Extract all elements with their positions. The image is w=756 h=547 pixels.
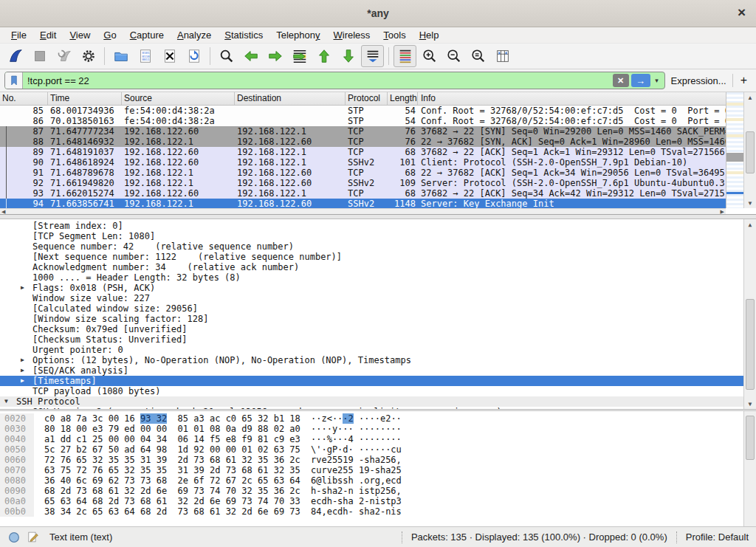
capture-options-button[interactable] xyxy=(77,45,100,67)
packet-row[interactable]: 91 71.648789678 192.168.122.1 192.168.12… xyxy=(0,168,726,178)
open-file-button[interactable] xyxy=(109,45,132,67)
detail-line[interactable]: [Window size scaling factor: 128] xyxy=(0,314,743,324)
go-back-button[interactable] xyxy=(239,45,262,67)
colorize-packets-button[interactable] xyxy=(394,45,416,67)
packet-row[interactable]: 92 71.661949820 192.168.122.1 192.168.12… xyxy=(0,178,726,188)
packet-row[interactable]: 94 71.663856741 192.168.122.1 192.168.12… xyxy=(0,199,726,208)
detail-line[interactable]: [Calculated window size: 29056] xyxy=(0,303,743,314)
expand-triangle-icon[interactable]: ▶ xyxy=(21,376,32,386)
packet-row[interactable]: 86 70.013850163 fe:54:00:d4:38:2a STP 54… xyxy=(0,116,726,126)
column-header-time[interactable]: Time xyxy=(48,92,122,105)
detail-line[interactable]: ▶ Options: (12 bytes), No-Operation (NOP… xyxy=(0,355,743,365)
packet-row[interactable]: 88 71.648146932 192.168.122.1 192.168.12… xyxy=(0,137,726,147)
packet-list-horizontal-scrollbar[interactable]: ◀ ▶ xyxy=(0,208,726,214)
hex-row[interactable]: 0050 5c 27 b2 67 50 ad 64 98 1d 92 00 00… xyxy=(0,444,743,455)
detail-line[interactable]: TCP payload (1080 bytes) xyxy=(0,386,743,396)
column-header-source[interactable]: Source xyxy=(122,92,235,105)
detail-line[interactable]: ▼ SSH Protocol xyxy=(0,396,743,407)
filter-apply-button[interactable]: → xyxy=(631,74,650,87)
menu-item[interactable]: Help xyxy=(413,28,446,42)
menu-item[interactable]: Telephony xyxy=(269,28,326,42)
go-forward-button[interactable] xyxy=(264,45,286,67)
go-first-button[interactable] xyxy=(312,45,335,67)
filter-history-dropdown[interactable]: ▾ xyxy=(652,77,662,84)
close-window-button[interactable]: × xyxy=(735,4,749,21)
detail-line[interactable]: Checksum: 0x79ed [unverified] xyxy=(0,324,743,334)
menu-item[interactable]: Capture xyxy=(123,28,171,42)
detail-line[interactable]: Acknowledgment number: 34 (relative ack … xyxy=(0,262,743,272)
scroll-down-arrow-icon[interactable]: ▼ xyxy=(744,198,756,208)
hex-ascii[interactable]: ecdh-sha 2-nistp3 xyxy=(311,496,402,506)
column-header-length[interactable]: Length xyxy=(388,92,418,105)
expand-triangle-icon[interactable]: ▶ xyxy=(21,407,32,409)
expert-info-icon[interactable] xyxy=(7,531,21,544)
bytes-vertical-scrollbar[interactable] xyxy=(743,411,756,526)
hex-ascii[interactable]: \'·gP·d· ······cu xyxy=(311,444,402,455)
detail-line[interactable]: [Stream index: 0] xyxy=(0,221,743,231)
menu-item[interactable]: Wireless xyxy=(327,28,377,42)
hex-bytes[interactable]: 36 40 6c 69 62 73 73 68 2e 6f 72 67 2c 6… xyxy=(44,475,299,486)
hex-ascii[interactable]: 84,ecdh- sha2-nis xyxy=(311,506,402,517)
close-file-button[interactable] xyxy=(158,45,181,67)
expand-triangle-icon[interactable]: ▼ xyxy=(4,396,16,407)
hex-row[interactable]: 0040 a1 dd c1 25 00 00 04 34 06 14 f5 e8… xyxy=(0,434,743,444)
hex-row[interactable]: 0080 36 40 6c 69 62 73 73 68 2e 6f 72 67… xyxy=(0,475,743,486)
column-header-info[interactable]: Info xyxy=(418,92,726,105)
menu-item[interactable]: Go xyxy=(97,28,123,42)
stop-capture-button[interactable] xyxy=(28,45,51,67)
start-capture-button[interactable] xyxy=(4,45,27,67)
go-to-packet-button[interactable] xyxy=(288,45,311,67)
reload-file-button[interactable] xyxy=(182,45,205,67)
hex-ascii[interactable]: rve25519 -sha256, xyxy=(311,455,402,465)
zoom-out-button[interactable] xyxy=(442,45,465,67)
scrollbar-thumb[interactable] xyxy=(746,131,755,173)
detail-line[interactable]: [TCP Segment Len: 1080] xyxy=(0,231,743,241)
hex-bytes[interactable]: 5c 27 b2 67 50 ad 64 98 1d 92 00 00 01 0… xyxy=(44,444,299,455)
menu-item[interactable]: View xyxy=(63,28,97,42)
detail-line[interactable]: ▶ Flags: 0x018 (PSH, ACK) xyxy=(0,283,743,293)
hex-bytes[interactable]: c0 a8 7a 3c 00 16 93 32 85 a3 ac c0 65 3… xyxy=(44,413,299,424)
scroll-up-arrow-icon[interactable]: ▲ xyxy=(744,219,756,230)
hex-ascii[interactable]: ····y··· ········ xyxy=(311,424,402,434)
hex-row[interactable]: 0020 c0 a8 7a 3c 00 16 93 32 85 a3 ac c0… xyxy=(0,413,743,424)
packet-row[interactable]: 93 71.662015274 192.168.122.60 192.168.1… xyxy=(0,188,726,199)
add-filter-button[interactable]: + xyxy=(739,74,752,87)
detail-line[interactable]: ▶ SSH Version 2 (encryption:chacha20-pol… xyxy=(0,407,743,409)
zoom-in-button[interactable] xyxy=(418,45,441,67)
save-file-button[interactable]: 010101100011 xyxy=(134,45,157,67)
detail-line[interactable]: ▶ [Timestamps] xyxy=(0,376,743,386)
detail-line[interactable]: ▶ [SEQ/ACK analysis] xyxy=(0,365,743,376)
hex-row[interactable]: 0060 72 76 65 32 35 35 31 39 2d 73 68 61… xyxy=(0,455,743,465)
detail-line[interactable]: Window size value: 227 xyxy=(0,293,743,303)
expand-triangle-icon[interactable]: ▶ xyxy=(21,283,32,293)
expand-triangle-icon[interactable]: ▶ xyxy=(21,355,32,365)
hex-bytes[interactable]: 72 76 65 32 35 35 31 39 2d 73 68 61 32 3… xyxy=(44,455,299,465)
packet-row[interactable]: 90 71.648618924 192.168.122.60 192.168.1… xyxy=(0,157,726,168)
hex-ascii[interactable]: 6@libssh .org,ecd xyxy=(311,475,402,486)
column-header-no[interactable]: No. xyxy=(0,92,48,105)
hex-row[interactable]: 0030 80 18 00 e3 79 ed 00 00 01 01 08 0a… xyxy=(0,424,743,434)
menu-item[interactable]: Statistics xyxy=(218,28,269,42)
hex-ascii[interactable]: curve255 19-sha25 xyxy=(311,465,402,475)
hex-bytes[interactable]: 65 63 64 68 2d 73 68 61 32 2d 6e 69 73 7… xyxy=(44,496,299,506)
detail-line[interactable]: Urgent pointer: 0 xyxy=(0,345,743,355)
scrollbar-thumb[interactable] xyxy=(746,416,755,459)
hex-bytes[interactable]: 68 2d 73 68 61 32 2d 6e 69 73 74 70 32 3… xyxy=(44,486,299,496)
menu-item[interactable]: Tools xyxy=(377,28,412,42)
hex-row[interactable]: 0070 63 75 72 76 65 32 35 35 31 39 2d 73… xyxy=(0,465,743,475)
scroll-left-arrow-icon[interactable]: ◀ xyxy=(1,208,5,215)
expand-triangle-icon[interactable]: ▶ xyxy=(21,365,32,376)
hex-row[interactable]: 00b0 38 34 2c 65 63 64 68 2d 73 68 61 32… xyxy=(0,506,743,517)
detail-line[interactable]: 1000 .... = Header Length: 32 bytes (8) xyxy=(0,272,743,283)
find-packet-button[interactable] xyxy=(215,45,238,67)
expression-button[interactable]: Expression... xyxy=(671,75,726,86)
filter-input[interactable]: !tcp.port == 22 xyxy=(23,75,613,86)
hex-row[interactable]: 00a0 65 63 64 68 2d 73 68 61 32 2d 6e 69… xyxy=(0,496,743,506)
filter-bookmark-button[interactable] xyxy=(5,72,23,89)
packet-row[interactable]: 87 71.647777234 192.168.122.60 192.168.1… xyxy=(0,126,726,137)
detail-line[interactable]: Sequence number: 42 (relative sequence n… xyxy=(0,241,743,252)
scroll-right-arrow-icon[interactable]: ▶ xyxy=(721,208,724,215)
hex-ascii[interactable]: h-sha2-n istp256, xyxy=(311,486,402,496)
hex-bytes[interactable]: 80 18 00 e3 79 ed 00 00 01 01 08 0a d9 8… xyxy=(44,424,299,434)
status-profile[interactable]: Profile: Default xyxy=(686,531,749,543)
